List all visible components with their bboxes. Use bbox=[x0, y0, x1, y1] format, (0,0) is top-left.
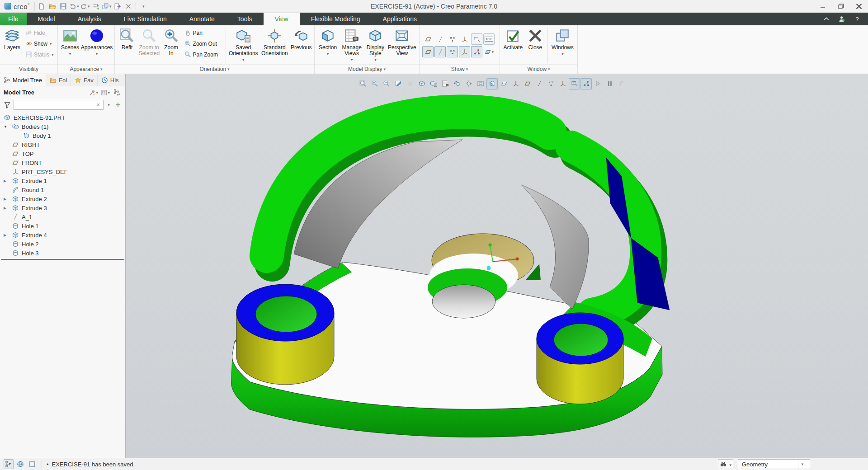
center-hole[interactable] bbox=[432, 285, 495, 318]
redo-button[interactable] bbox=[80, 1, 90, 11]
point-tag-display-toggle[interactable] bbox=[447, 46, 458, 57]
tree-row-body1[interactable]: Body 1 bbox=[0, 131, 125, 140]
display-style-icon[interactable] bbox=[416, 78, 427, 89]
tab-flexible-modeling[interactable]: Flexible Modeling bbox=[300, 13, 372, 25]
analysis-icon[interactable] bbox=[592, 78, 604, 89]
close-window-ribbon-button[interactable]: Close bbox=[525, 27, 546, 64]
tree-row-a1-axis[interactable]: A_1 bbox=[0, 212, 125, 221]
save-button[interactable] bbox=[58, 1, 68, 11]
axis-display-toggle[interactable] bbox=[434, 33, 446, 45]
plane-display-toggle[interactable] bbox=[422, 33, 434, 45]
axis-tag-display-toggle[interactable] bbox=[434, 46, 446, 57]
view-manager-icon[interactable] bbox=[439, 78, 451, 89]
3d-model[interactable] bbox=[126, 74, 868, 458]
plane-tag-display-toggle[interactable] bbox=[422, 46, 434, 57]
exit-transient-mode-icon[interactable] bbox=[616, 78, 627, 89]
refit-icon[interactable] bbox=[357, 78, 368, 89]
reorient-icon[interactable] bbox=[463, 78, 474, 89]
zoom-out-button[interactable]: Zoom Out bbox=[182, 38, 224, 49]
tree-row-part[interactable]: EXERCISE-91.PRT bbox=[0, 113, 125, 122]
csys-tag-display-toggle[interactable] bbox=[459, 46, 470, 57]
minimize-button[interactable] bbox=[814, 0, 832, 12]
clear-search-icon[interactable]: ✕ bbox=[95, 102, 101, 108]
3d-dragger-toggle[interactable] bbox=[471, 46, 482, 57]
zoom-in-button[interactable]: Zoom In bbox=[161, 27, 182, 64]
graphics-area[interactable] bbox=[126, 74, 868, 458]
selection-filter-caret[interactable] bbox=[798, 460, 806, 469]
pan-zoom-button[interactable]: Pan Zoom bbox=[182, 49, 224, 60]
tree-row-front-plane[interactable]: FRONT bbox=[0, 158, 125, 167]
user-account-icon[interactable] bbox=[837, 14, 846, 24]
find-tool[interactable] bbox=[718, 459, 733, 469]
tab-model[interactable]: Model bbox=[27, 13, 66, 25]
regenerate-button[interactable] bbox=[91, 1, 101, 11]
section-view-icon[interactable] bbox=[486, 78, 498, 89]
section-button[interactable]: Section bbox=[316, 27, 339, 64]
scenes-button[interactable]: Scenes bbox=[60, 27, 80, 64]
customize-quick-access-button[interactable] bbox=[138, 1, 148, 11]
new-file-button[interactable] bbox=[37, 1, 47, 11]
layers-button[interactable]: Layers bbox=[2, 27, 23, 64]
filter-funnel-icon[interactable] bbox=[3, 100, 12, 109]
display-style-button[interactable]: Display Style bbox=[364, 27, 386, 64]
console-icon[interactable] bbox=[27, 459, 37, 469]
tab-applications[interactable]: Applications bbox=[372, 13, 429, 25]
collapse-icon[interactable] bbox=[4, 125, 12, 129]
windows-button[interactable]: Windows bbox=[550, 27, 576, 64]
tab-view[interactable]: View bbox=[264, 13, 300, 25]
tab-annotate[interactable]: Annotate bbox=[178, 13, 226, 25]
saved-orientations-button[interactable]: Saved Orientations bbox=[227, 27, 259, 64]
perspective-icon[interactable] bbox=[475, 78, 486, 89]
tab-folder-browser[interactable]: Fol bbox=[46, 74, 71, 86]
tree-row-extrude1[interactable]: Extrude 1 bbox=[0, 176, 125, 185]
repaint-icon[interactable] bbox=[392, 78, 404, 89]
tab-history[interactable]: His bbox=[98, 74, 123, 86]
zoom-to-selected-button[interactable]: Zoom to Selected bbox=[138, 27, 160, 64]
standard-orientation-button[interactable]: Standard Orientation bbox=[259, 27, 289, 64]
activate-button[interactable]: Activate bbox=[502, 27, 524, 64]
perspective-view-button[interactable]: Perspective View bbox=[387, 27, 417, 64]
annotation-display-toggle[interactable] bbox=[471, 33, 482, 45]
tree-row-bodies[interactable]: Bodies (1) bbox=[0, 122, 125, 131]
minimize-ribbon-icon[interactable] bbox=[822, 14, 831, 24]
tab-model-tree[interactable]: Model Tree bbox=[0, 74, 46, 86]
annotation-display-icon[interactable] bbox=[569, 78, 580, 89]
tree-row-extrude3[interactable]: Extrude 3 bbox=[0, 203, 125, 212]
expand-icon[interactable] bbox=[4, 197, 12, 201]
tree-display-options-icon[interactable] bbox=[101, 88, 110, 97]
3d-dragger-icon[interactable] bbox=[580, 78, 592, 89]
pause-icon[interactable] bbox=[604, 78, 615, 89]
pan-button[interactable]: Pan bbox=[182, 28, 224, 38]
show-hide-columns-icon[interactable] bbox=[113, 88, 122, 97]
point-display-icon[interactable] bbox=[545, 78, 557, 89]
zoom-out-icon[interactable] bbox=[381, 78, 392, 89]
plane-display-icon[interactable] bbox=[522, 78, 533, 89]
tree-tools-icon[interactable] bbox=[89, 88, 98, 97]
model-windows-button[interactable] bbox=[102, 1, 112, 11]
tree-row-hole3[interactable]: Hole 3 bbox=[0, 249, 125, 258]
last-orientation-icon[interactable] bbox=[451, 78, 462, 89]
undo-button[interactable] bbox=[69, 1, 79, 11]
export-button[interactable] bbox=[113, 1, 123, 11]
tree-row-right-plane[interactable]: RIGHT bbox=[0, 140, 125, 149]
right-boss[interactable] bbox=[537, 313, 623, 404]
tree-row-hole2[interactable]: Hole 2 bbox=[0, 240, 125, 249]
refit-button[interactable]: Refit bbox=[117, 27, 137, 64]
tree-row-csys[interactable]: PRT_CSYS_DEF bbox=[0, 167, 125, 176]
filter-dropdown-icon[interactable] bbox=[105, 100, 112, 109]
tree-row-extrude2[interactable]: Extrude 2 bbox=[0, 194, 125, 203]
tree-row-extrude4[interactable]: Extrude 4 bbox=[0, 230, 125, 240]
left-boss[interactable] bbox=[236, 284, 334, 385]
tab-favorites[interactable]: Fav bbox=[71, 74, 98, 86]
previous-button[interactable]: Previous bbox=[290, 27, 312, 64]
tab-live-simulation[interactable]: Live Simulation bbox=[113, 13, 178, 25]
tree-row-top-plane[interactable]: TOP bbox=[0, 149, 125, 158]
restore-button[interactable] bbox=[832, 0, 850, 12]
selection-filter-dropdown[interactable]: Geometry bbox=[738, 459, 810, 469]
point-display-toggle[interactable] bbox=[447, 33, 458, 45]
close-button[interactable] bbox=[850, 0, 868, 12]
show-button[interactable]: Show bbox=[23, 38, 56, 49]
open-button[interactable] bbox=[47, 1, 57, 11]
tab-tools[interactable]: Tools bbox=[226, 13, 264, 25]
expand-icon[interactable] bbox=[4, 206, 12, 210]
